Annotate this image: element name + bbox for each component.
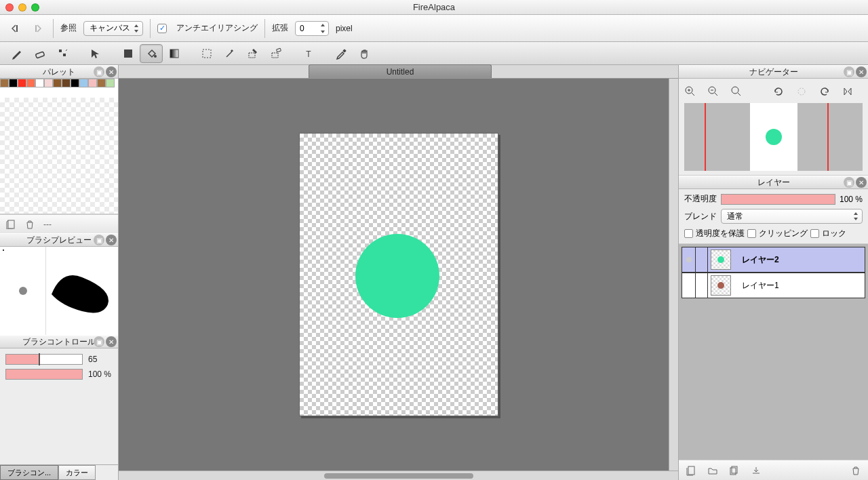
new-folder-icon[interactable]: [707, 465, 718, 476]
palette-panel-header: パレット ▣ ✕: [0, 65, 118, 79]
antialias-checkbox[interactable]: ✓: [157, 24, 167, 33]
nav-next-button[interactable]: [30, 22, 46, 35]
layer-row[interactable]: レイヤー1: [682, 273, 865, 298]
svg-rect-3: [59, 49, 62, 52]
vertical-scrollbar[interactable]: [669, 79, 678, 471]
reference-dropdown[interactable]: キャンバス: [83, 21, 143, 36]
palette-swatch[interactable]: [106, 79, 115, 87]
panel-close-icon[interactable]: ✕: [106, 66, 117, 77]
panel-dock-icon[interactable]: ▣: [844, 177, 854, 188]
layer-name-label: レイヤー1: [734, 280, 865, 292]
palette-swatch[interactable]: [18, 79, 26, 87]
opacity-label: 不透明度: [684, 193, 717, 205]
layers-list: レイヤー2レイヤー1: [679, 244, 868, 460]
rotate-ccw-icon[interactable]: [818, 85, 831, 98]
eyedropper-tool[interactable]: [330, 44, 353, 63]
panel-close-icon[interactable]: ✕: [856, 177, 867, 188]
rotate-reset-icon[interactable]: [795, 85, 808, 98]
panel-close-icon[interactable]: ✕: [856, 66, 867, 77]
palette-swatch[interactable]: [26, 79, 35, 87]
blend-mode-dropdown[interactable]: 通常: [721, 209, 863, 224]
nav-prev-button[interactable]: [7, 22, 23, 35]
palette-body[interactable]: [0, 79, 118, 214]
lock-checkbox[interactable]: [810, 229, 819, 238]
expand-unit: pixel: [336, 24, 353, 33]
dot-tool[interactable]: [52, 44, 75, 63]
new-swatch-icon[interactable]: [5, 219, 16, 230]
expand-input[interactable]: 0: [295, 21, 329, 36]
zoom-fit-icon[interactable]: [730, 85, 743, 98]
canvas-area[interactable]: [119, 79, 678, 471]
layer-opacity-slider[interactable]: [721, 194, 835, 205]
svg-rect-5: [124, 49, 132, 58]
new-layer-icon[interactable]: [686, 465, 696, 476]
palette-footer: ---: [0, 214, 118, 233]
gradient-tool[interactable]: [163, 44, 186, 63]
palette-swatch[interactable]: [71, 79, 79, 87]
protect-alpha-checkbox[interactable]: [684, 229, 693, 238]
palette-swatch[interactable]: [97, 79, 106, 87]
panel-dock-icon[interactable]: ▣: [94, 336, 104, 347]
panel-dock-icon[interactable]: ▣: [94, 235, 104, 245]
delete-layer-icon[interactable]: [850, 465, 861, 476]
merge-down-icon[interactable]: [751, 465, 762, 476]
select-pen-tool[interactable]: [241, 44, 264, 63]
palette-swatch[interactable]: [79, 79, 88, 87]
svg-rect-9: [249, 53, 255, 58]
svg-point-17: [732, 87, 738, 94]
text-tool[interactable]: T: [297, 44, 320, 63]
panel-close-icon[interactable]: ✕: [106, 336, 117, 347]
pencil-tool[interactable]: [5, 44, 28, 63]
canvas-region: Untitled: [119, 65, 678, 480]
move-tool[interactable]: [84, 44, 107, 63]
svg-rect-1: [35, 25, 37, 32]
panel-close-icon[interactable]: ✕: [106, 235, 117, 245]
magic-wand-tool[interactable]: [218, 44, 241, 63]
fill-tool[interactable]: [117, 44, 140, 63]
brush-control-body: 65 100 %: [0, 348, 118, 389]
brush-opacity-slider[interactable]: [5, 369, 83, 380]
duplicate-layer-icon[interactable]: [729, 465, 740, 476]
document-tab[interactable]: Untitled: [309, 64, 492, 78]
hand-tool[interactable]: [353, 44, 376, 63]
delete-swatch-icon[interactable]: [24, 219, 35, 230]
rotate-cw-icon[interactable]: [772, 85, 785, 98]
panel-dock-icon[interactable]: ▣: [94, 66, 104, 77]
panel-dock-icon[interactable]: ▣: [844, 66, 854, 77]
select-rect-tool[interactable]: [195, 44, 218, 63]
tab-color[interactable]: カラー: [58, 465, 96, 480]
window-minimize-button[interactable]: [18, 3, 26, 12]
app-title: FireAlpaca: [413, 2, 455, 12]
palette-swatch[interactable]: [44, 79, 53, 87]
left-sidebar: パレット ▣ ✕ --- ブラシプレビュー ▣ ✕: [0, 65, 119, 480]
palette-swatch[interactable]: [88, 79, 97, 87]
antialias-label: アンチエイリアシング: [176, 22, 258, 34]
brush-size-value: 65: [88, 355, 113, 364]
brush-preview-header: ブラシプレビュー ▣ ✕: [0, 233, 118, 247]
layer-visibility-toggle[interactable]: [682, 273, 696, 298]
palette-swatch[interactable]: [0, 79, 9, 87]
clipping-checkbox[interactable]: [747, 229, 756, 238]
bucket-tool[interactable]: [140, 44, 163, 63]
navigator-preview[interactable]: [684, 103, 863, 171]
navigator-body: [679, 79, 868, 176]
palette-swatch[interactable]: [53, 79, 62, 87]
zoom-out-icon[interactable]: [707, 85, 719, 98]
eraser-tool[interactable]: [28, 44, 52, 63]
palette-swatch[interactable]: [35, 79, 44, 87]
layer-row[interactable]: レイヤー2: [682, 247, 865, 273]
palette-swatch[interactable]: [62, 79, 71, 87]
window-close-button[interactable]: [5, 3, 14, 12]
layer-visibility-toggle[interactable]: [682, 247, 696, 272]
window-zoom-button[interactable]: [31, 3, 39, 12]
layer-thumbnail: [711, 249, 731, 270]
svg-rect-10: [272, 53, 278, 58]
select-eraser-tool[interactable]: [264, 44, 288, 63]
brush-size-slider[interactable]: [5, 354, 83, 365]
tab-brush-control[interactable]: ブラシコン...: [0, 465, 58, 480]
zoom-in-icon[interactable]: [684, 85, 696, 98]
horizontal-scrollbar[interactable]: [119, 471, 678, 480]
svg-rect-0: [16, 25, 18, 32]
flip-icon[interactable]: [842, 85, 854, 98]
palette-swatch[interactable]: [9, 79, 18, 87]
